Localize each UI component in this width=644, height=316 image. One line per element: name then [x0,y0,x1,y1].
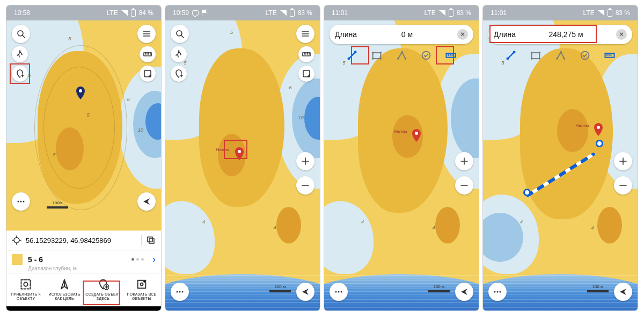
battery-pct: 84 % [139,9,153,17]
note-button[interactable] [298,66,314,82]
status-bar: 10:58 LTE 84 % [6,5,161,20]
flag-icon [202,10,207,16]
chat-icon [192,10,199,16]
length-value: 248,275 м [516,30,616,39]
crosshair-icon [12,235,21,245]
menu-button[interactable] [137,25,156,43]
route-mode-button[interactable] [12,46,28,62]
screen-1: 55 610 55 10:58 LTE 84 % 100м 56.1529322… [6,5,161,311]
search-button[interactable] [171,25,189,43]
more-button[interactable] [171,283,189,301]
clock: 11:01 [332,9,348,17]
clear-button[interactable]: ✕ [616,29,627,40]
tool-area[interactable] [369,47,385,63]
more-button[interactable] [12,192,30,211]
more-button[interactable] [488,283,507,301]
clock: 11:01 [491,9,507,17]
map-pin-marker[interactable]: Налим [411,127,422,143]
clear-button[interactable]: ✕ [457,29,468,40]
tool-units[interactable] [602,47,618,63]
length-value: 0 м [357,30,457,39]
map-pin-marker[interactable]: Налим [233,146,245,162]
status-bar: 11:01 LTE83 % [324,5,479,20]
action-use-as-target[interactable]: ИСПОЛЬЗОВАТЬ КАК ЦЕЛЬ [45,274,84,306]
marker-label: Налим [393,129,407,134]
length-label: Длина [335,30,357,39]
marker-label: Налим [216,147,230,152]
measure-readout: Длина 0 м ✕ [330,25,473,44]
android-navbar [6,306,161,311]
length-label: Длина [494,30,516,39]
note-button[interactable] [140,66,156,82]
screen-4: 55 44 Налим 11:01 LTE83 % Длина 248,275 … [483,5,638,311]
depth-swatch [12,254,23,265]
map-pin-selected[interactable] [75,85,86,101]
clock: 10:58 [14,9,30,17]
ruler-button[interactable] [140,46,156,62]
info-panel: 56.15293229, 46.98425869 5 - 6 Диапазон … [6,231,161,311]
depth-row[interactable]: 5 - 6 Диапазон глубин, м. › [6,250,161,266]
route-mode-button[interactable] [171,46,187,62]
measure-readout: Длина 248,275 м ✕ [488,25,632,44]
tool-line[interactable] [503,47,519,63]
action-create-object[interactable]: СОЗДАТЬ ОБЪЕКТ ЗДЕСЬ [84,274,122,306]
marker-label: Налим [575,123,589,128]
zoom-out-button[interactable] [455,176,473,195]
coordinates: 56.15293229, 46.98425869 [26,236,137,245]
tool-angle[interactable] [552,47,568,63]
status-bar: 11:01 LTE83 % [483,5,638,20]
scale-bar: 100м [47,200,68,209]
tool-check[interactable] [577,47,593,63]
zoom-out-button[interactable] [296,176,314,195]
scale-bar: 100 м [587,284,609,292]
scale-bar: 100 м [428,284,450,292]
tool-check[interactable] [418,47,434,63]
locate-button[interactable] [296,283,314,301]
screen-2: 55 610 44 Налим 10:59 LTE83 % 100 м [165,5,320,311]
copy-button[interactable] [146,235,156,245]
search-button[interactable] [12,25,30,43]
more-button[interactable] [330,283,348,301]
tool-units[interactable] [443,47,459,63]
depth-range: 5 - 6 [28,255,43,264]
zoom-in-button[interactable] [455,152,473,170]
measure-point-a[interactable] [523,189,531,196]
locate-button[interactable] [137,192,156,211]
locate-button[interactable] [455,283,473,301]
zoom-in-button[interactable] [296,152,314,170]
measure-toolbar [324,47,479,63]
battery-icon [131,9,136,17]
zoom-out-button[interactable] [614,176,632,195]
measure-toolbar [483,47,638,63]
zoom-in-button[interactable] [614,152,632,170]
add-pin-button[interactable] [171,66,187,82]
page-dots [131,258,144,261]
scale-bar: 100 м [269,284,291,292]
action-zoom-to[interactable]: ПРИБЛИЗИТЬ К ОБЪЕКТУ [6,274,45,306]
action-bar: ПРИБЛИЗИТЬ К ОБЪЕКТУ ИСПОЛЬЗОВАТЬ КАК ЦЕ… [6,274,161,306]
tool-line[interactable] [344,47,360,63]
ruler-button[interactable] [298,46,314,62]
screenshot-set: { "screens":[ { "time":"10:58","net":"LT… [0,0,644,316]
menu-button[interactable] [296,25,314,43]
locate-button[interactable] [614,283,632,301]
add-pin-button[interactable] [12,66,28,82]
action-show-all[interactable]: ПОКАЗАТЬ ВСЕ ОБЪЕКТЫ [122,274,161,306]
tool-angle[interactable] [393,47,409,63]
signal-icon [121,10,128,16]
map-pin-marker[interactable]: Налим [592,121,604,138]
chevron-right-icon[interactable]: › [152,254,156,265]
tool-area[interactable] [528,47,544,63]
network: LTE [107,9,118,17]
clock: 10:59 [173,9,189,17]
screen-3: 55 44 Налим 11:01 LTE83 % Длина 0 м ✕ 10… [324,5,479,311]
depth-label: Диапазон глубин, м. [28,265,78,271]
status-bar: 10:59 LTE83 % [165,5,320,20]
